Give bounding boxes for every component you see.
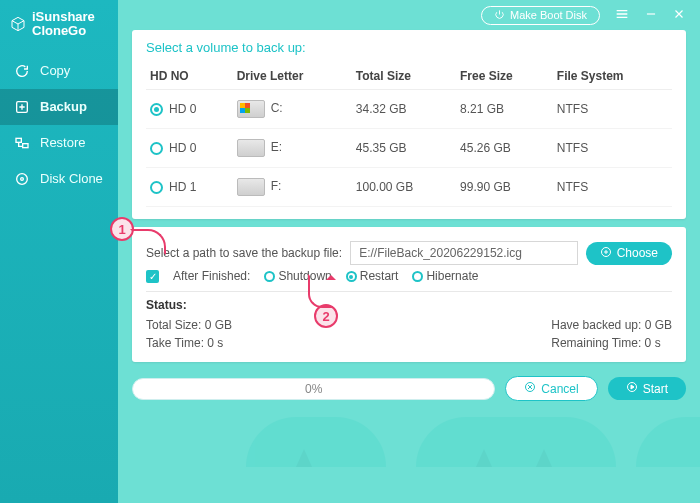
backup-path-input[interactable] xyxy=(350,241,578,265)
sidebar-item-disk-clone[interactable]: Disk Clone xyxy=(0,161,118,197)
cell-letter: E: xyxy=(271,140,282,154)
row-radio[interactable] xyxy=(150,142,163,155)
opt-hibernate[interactable]: Hibernate xyxy=(412,269,478,283)
drive-icon xyxy=(237,100,265,118)
cube-icon xyxy=(10,16,26,32)
make-boot-label: Make Boot Disk xyxy=(510,9,587,21)
cell-total: 100.00 GB xyxy=(352,168,456,207)
status-backed-up: Have backed up: 0 GB xyxy=(551,318,672,332)
row-radio[interactable] xyxy=(150,181,163,194)
minimize-icon[interactable] xyxy=(644,7,658,24)
cell-total: 45.35 GB xyxy=(352,129,456,168)
sidebar: iSunshare CloneGo Copy Backup Restore Di… xyxy=(0,0,118,503)
col-total: Total Size xyxy=(352,63,456,90)
start-button[interactable]: Start xyxy=(608,377,686,400)
close-icon[interactable] xyxy=(672,7,686,24)
col-fs: File System xyxy=(553,63,672,90)
backup-panel: 1 Select a path to save the backup file:… xyxy=(132,227,686,362)
cell-hd: HD 1 xyxy=(169,180,196,194)
col-letter: Drive Letter xyxy=(233,63,352,90)
main-area: Make Boot Disk Select a volume to back u… xyxy=(118,0,700,503)
col-free: Free Size xyxy=(456,63,553,90)
opt-label: Restart xyxy=(360,269,399,283)
status-remaining: Remaining Time: 0 s xyxy=(551,336,672,350)
svg-rect-2 xyxy=(23,143,28,147)
table-row[interactable]: HD 0 C: 34.32 GB 8.21 GB NTFS xyxy=(146,90,672,129)
callout-number: 2 xyxy=(322,309,329,324)
svg-rect-1 xyxy=(16,138,21,142)
opt-label: Hibernate xyxy=(426,269,478,283)
copy-icon xyxy=(14,63,30,79)
sidebar-item-backup[interactable]: Backup xyxy=(0,89,118,125)
table-row[interactable]: HD 0 E: 45.35 GB 45.26 GB NTFS xyxy=(146,129,672,168)
path-label: Select a path to save the backup file: xyxy=(146,246,342,260)
cell-letter: C: xyxy=(271,101,283,115)
cell-fs: NTFS xyxy=(553,129,672,168)
table-row[interactable]: HD 1 F: 100.00 GB 99.90 GB NTFS xyxy=(146,168,672,207)
disk-clone-icon xyxy=(14,171,30,187)
app-logo: iSunshare CloneGo xyxy=(0,6,118,53)
play-icon xyxy=(626,381,638,396)
restore-icon xyxy=(14,135,30,151)
svg-point-4 xyxy=(21,177,24,180)
titlebar: Make Boot Disk xyxy=(118,0,700,30)
choose-label: Choose xyxy=(617,246,658,260)
sidebar-item-restore[interactable]: Restore xyxy=(0,125,118,161)
svg-point-3 xyxy=(17,173,28,184)
sidebar-item-label: Copy xyxy=(40,63,70,78)
power-icon xyxy=(494,9,505,22)
divider xyxy=(146,291,672,292)
cell-free: 45.26 GB xyxy=(456,129,553,168)
cell-fs: NTFS xyxy=(553,168,672,207)
callout-number: 1 xyxy=(118,222,125,237)
backup-icon xyxy=(14,99,30,115)
sidebar-item-label: Restore xyxy=(40,135,86,150)
after-finished-label: After Finished: xyxy=(173,269,250,283)
make-boot-disk-button[interactable]: Make Boot Disk xyxy=(481,6,600,25)
cell-total: 34.32 GB xyxy=(352,90,456,129)
start-label: Start xyxy=(643,382,668,396)
menu-icon[interactable] xyxy=(614,6,630,25)
status-take-time: Take Time: 0 s xyxy=(146,336,232,350)
volume-panel-title: Select a volume to back up: xyxy=(146,40,672,55)
status-total-size: Total Size: 0 GB xyxy=(146,318,232,332)
app-root: iSunshare CloneGo Copy Backup Restore Di… xyxy=(0,0,700,503)
callout-badge: 2 xyxy=(314,304,338,328)
progress-text: 0% xyxy=(305,382,322,396)
sidebar-item-label: Backup xyxy=(40,99,87,114)
cell-free: 8.21 GB xyxy=(456,90,553,129)
progress-bar: 0% xyxy=(132,378,495,400)
status-label: Status: xyxy=(146,298,672,312)
cancel-label: Cancel xyxy=(541,382,578,396)
after-finished-checkbox[interactable]: ✓ xyxy=(146,270,159,283)
row-radio[interactable] xyxy=(150,103,163,116)
col-hd: HD NO xyxy=(146,63,233,90)
cell-hd: HD 0 xyxy=(169,141,196,155)
cell-free: 99.90 GB xyxy=(456,168,553,207)
callout-badge: 1 xyxy=(110,217,134,241)
app-title: iSunshare CloneGo xyxy=(32,10,95,39)
drive-icon xyxy=(237,139,265,157)
plus-icon xyxy=(600,246,612,261)
cell-fs: NTFS xyxy=(553,90,672,129)
sidebar-item-copy[interactable]: Copy xyxy=(0,53,118,89)
volume-table: HD NO Drive Letter Total Size Free Size … xyxy=(146,63,672,207)
cell-letter: F: xyxy=(271,179,282,193)
opt-restart[interactable]: Restart xyxy=(346,269,399,283)
cancel-button[interactable]: Cancel xyxy=(505,376,597,401)
drive-icon xyxy=(237,178,265,196)
scenery-decoration xyxy=(236,407,700,467)
choose-button[interactable]: Choose xyxy=(586,242,672,265)
sidebar-item-label: Disk Clone xyxy=(40,171,103,186)
cell-hd: HD 0 xyxy=(169,102,196,116)
cancel-icon xyxy=(524,381,536,396)
volume-panel: Select a volume to back up: HD NO Drive … xyxy=(132,30,686,219)
footer-bar: 0% Cancel Start xyxy=(118,370,700,411)
